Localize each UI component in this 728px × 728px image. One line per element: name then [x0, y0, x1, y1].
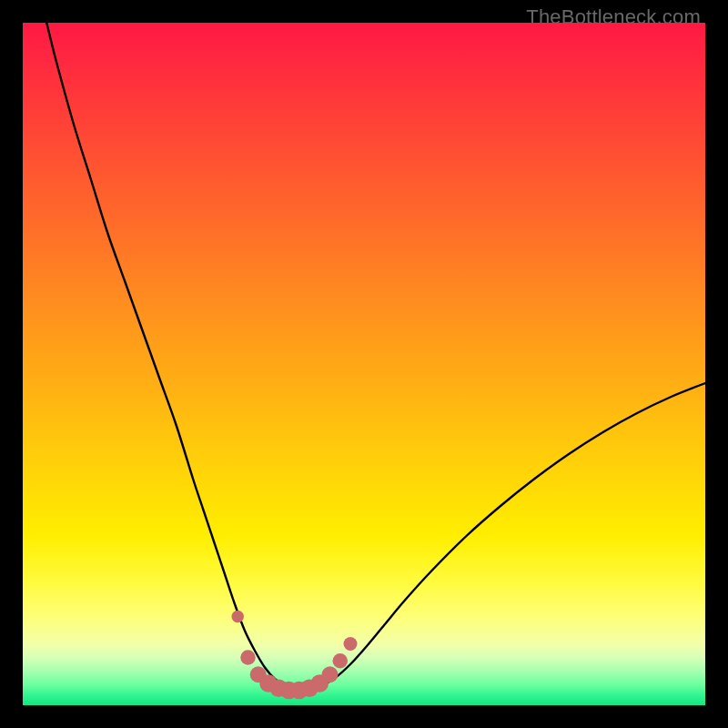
curve-marker — [232, 611, 245, 623]
curve-marker — [344, 637, 358, 651]
chart-frame — [23, 23, 705, 705]
curve-marker — [322, 666, 339, 682]
curve-marker — [240, 650, 256, 665]
bottleneck-chart — [23, 23, 705, 705]
gradient-background — [23, 23, 705, 705]
curve-marker — [333, 653, 349, 669]
